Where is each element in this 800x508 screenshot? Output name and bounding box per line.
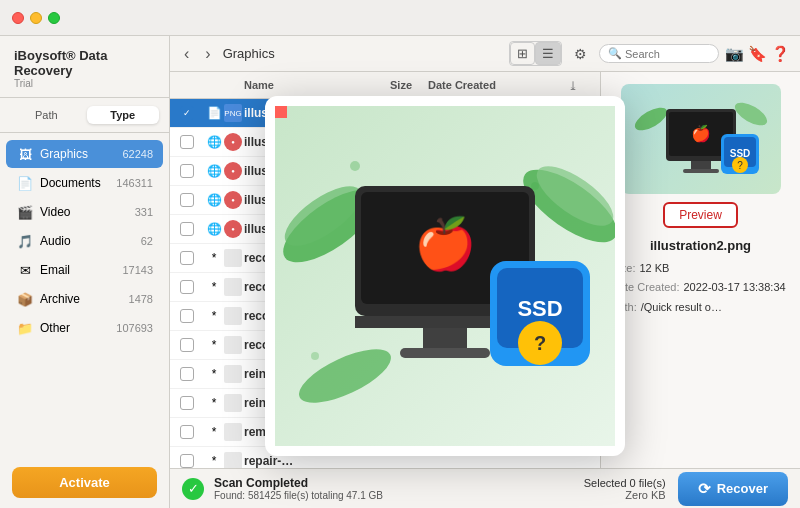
back-button[interactable]: ‹ [180, 43, 193, 65]
file-table-header: Name Size Date Created ⤓ [170, 72, 600, 99]
status-bar: ✓ Scan Completed Found: 581425 file(s) t… [170, 468, 800, 508]
toolbar: ‹ › Graphics ⊞ ☰ ⚙ 🔍 📷 🔖 ❓ [170, 36, 800, 72]
preview-path-row: Path: /Quick result o… [611, 300, 790, 315]
svg-rect-28 [400, 348, 490, 358]
scan-text: Scan Completed Found: 581425 file(s) tot… [214, 476, 383, 501]
file-checkbox[interactable] [180, 193, 194, 207]
preview-image-svg: 🍎 SSD ? [631, 89, 771, 189]
file-checkbox[interactable] [180, 164, 194, 178]
file-type-icon: * [204, 248, 224, 268]
recover-label: Recover [717, 481, 768, 496]
file-checkbox[interactable] [180, 367, 194, 381]
file-thumbnail [224, 423, 242, 441]
sidebar-item-audio[interactable]: 🎵 Audio 62 [6, 227, 163, 255]
file-thumbnail [224, 365, 242, 383]
preview-date-value: 2022-03-17 13:38:34 [683, 280, 785, 295]
file-type-icon: * [204, 306, 224, 326]
activate-button[interactable]: Activate [12, 467, 157, 498]
file-size [418, 454, 434, 468]
file-type-icon: 🌐 [204, 132, 224, 152]
sidebar-item-other[interactable]: 📁 Other 107693 [6, 314, 163, 342]
header-action: ⤓ [568, 76, 590, 94]
overlay-close-button[interactable] [275, 106, 287, 118]
grid-view-button[interactable]: ⊞ [510, 42, 535, 65]
sidebar-item-graphics[interactable]: 🖼 Graphics 62248 [6, 140, 163, 168]
forward-button[interactable]: › [201, 43, 214, 65]
file-checkbox[interactable] [180, 309, 194, 323]
sidebar-item-video[interactable]: 🎬 Video 331 [6, 198, 163, 226]
minimize-button[interactable] [30, 12, 42, 24]
preview-button[interactable]: Preview [663, 202, 738, 228]
close-button[interactable] [12, 12, 24, 24]
file-checkbox[interactable] [180, 425, 194, 439]
search-box: 🔍 [599, 44, 719, 63]
sidebar-item-documents[interactable]: 📄 Documents 146311 [6, 169, 163, 197]
camera-icon-button[interactable]: 📷 [725, 45, 744, 63]
preview-overlay: 🍎 SSD ? [265, 96, 625, 456]
svg-point-1 [731, 98, 770, 130]
sidebar-activate: Activate [0, 457, 169, 508]
file-checkbox[interactable] [180, 106, 194, 120]
file-checkbox[interactable] [180, 338, 194, 352]
documents-label: Documents [40, 176, 116, 190]
documents-icon: 📄 [16, 174, 34, 192]
help-icon-button[interactable]: ❓ [771, 45, 790, 63]
other-count: 107693 [116, 322, 153, 334]
graphics-count: 62248 [122, 148, 153, 160]
file-type-icon: 📄 [204, 103, 224, 123]
documents-count: 146311 [116, 177, 153, 189]
file-type-icon: * [204, 364, 224, 384]
file-thumbnail [224, 249, 242, 267]
svg-rect-6 [691, 161, 711, 169]
file-type-icon: * [204, 393, 224, 413]
traffic-lights [12, 12, 60, 24]
svg-point-17 [311, 352, 319, 360]
sidebar-header: iBoysoft® Data Recovery Trial [0, 36, 169, 98]
bookmark-icon-button[interactable]: 🔖 [748, 45, 767, 63]
file-thumbnail [224, 336, 242, 354]
maximize-button[interactable] [48, 12, 60, 24]
svg-text:🍎: 🍎 [691, 124, 711, 143]
file-checkbox[interactable] [180, 135, 194, 149]
file-checkbox[interactable] [180, 280, 194, 294]
search-input[interactable] [625, 48, 715, 60]
audio-icon: 🎵 [16, 232, 34, 250]
file-checkbox[interactable] [180, 222, 194, 236]
header-size: Size [358, 79, 428, 91]
preview-path-value: /Quick result o… [641, 300, 722, 315]
email-count: 17143 [122, 264, 153, 276]
svg-point-0 [631, 103, 670, 135]
file-thumbnail [224, 394, 242, 412]
file-thumbnail [224, 278, 242, 296]
email-label: Email [40, 263, 122, 277]
toolbar-right: ⊞ ☰ ⚙ 🔍 📷 🔖 ❓ [509, 41, 790, 66]
title-bar [0, 0, 800, 36]
archive-icon: 📦 [16, 290, 34, 308]
file-thumbnail: PNG [224, 104, 242, 122]
other-icon: 📁 [16, 319, 34, 337]
file-thumbnail: ● [224, 133, 242, 151]
tab-type[interactable]: Type [87, 106, 160, 124]
tab-path[interactable]: Path [10, 106, 83, 124]
preview-size-value: 12 KB [639, 261, 669, 276]
svg-text:🍎: 🍎 [414, 214, 477, 274]
sidebar: iBoysoft® Data Recovery Trial Path Type … [0, 36, 170, 508]
file-type-icon: 🌐 [204, 190, 224, 210]
app-name: iBoysoft® Data Recovery [14, 48, 155, 78]
preview-size-row: Size: 12 KB [611, 261, 790, 276]
svg-rect-7 [683, 169, 719, 173]
recover-button[interactable]: ⟳ Recover [678, 472, 788, 506]
list-view-button[interactable]: ☰ [535, 42, 561, 65]
header-name: Name [244, 79, 358, 91]
selected-info: Selected 0 file(s) Zero KB [584, 477, 666, 501]
filter-button[interactable]: ⚙ [568, 43, 593, 65]
svg-text:SSD: SSD [517, 296, 562, 321]
file-checkbox[interactable] [180, 396, 194, 410]
file-checkbox[interactable] [180, 454, 194, 468]
sidebar-item-archive[interactable]: 📦 Archive 1478 [6, 285, 163, 313]
selected-size: Zero KB [584, 489, 666, 501]
archive-label: Archive [40, 292, 129, 306]
sidebar-item-email[interactable]: ✉ Email 17143 [6, 256, 163, 284]
file-checkbox[interactable] [180, 251, 194, 265]
other-label: Other [40, 321, 116, 335]
